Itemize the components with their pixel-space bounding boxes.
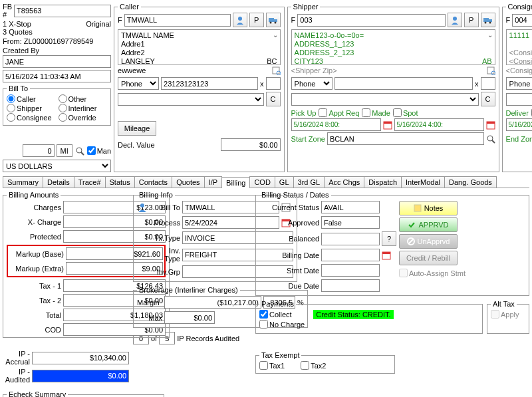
approved-input[interactable] [321,216,380,229]
margin-input[interactable] [164,296,261,309]
radio-caller[interactable] [7,94,15,103]
consignee-phone-type[interactable]: Phone [506,77,532,90]
tab-gl[interactable]: GL [275,176,294,188]
tab-3rd-gl[interactable]: 3rd GL [293,176,325,188]
tab-details[interactable]: Details [43,176,74,188]
decl-value-input[interactable] [221,138,281,151]
tax2-check[interactable] [301,361,309,370]
caller-phone-input[interactable] [161,77,258,90]
caller-contact-select[interactable] [118,93,264,106]
svg-line-43 [409,239,413,243]
tab-trace-[interactable]: Trace# [74,176,106,188]
caller-c-button[interactable]: C [266,92,281,106]
shipper-spot-check[interactable] [393,108,402,117]
ip-audited-input[interactable] [32,370,129,382]
ip-accrual-input[interactable] [32,352,129,364]
shipper-made-check[interactable] [362,108,370,117]
tab-i-p[interactable]: I/P [204,176,222,188]
stmt-date-label: Stmt Date [259,267,319,275]
shipper-p-button[interactable]: P [464,13,479,27]
consignee-prefix: F [506,16,511,24]
zone-zoom-icon[interactable] [486,134,495,144]
caller-truck-button[interactable] [266,13,281,27]
shipper-person-button[interactable] [448,13,462,27]
consignee-date1[interactable] [506,118,532,131]
unapprvd-button[interactable]: UnApprvd [399,234,458,249]
caller-expand-icon[interactable]: ⌄ [273,31,278,39]
radio-override[interactable] [59,113,67,122]
shipper-ext-input[interactable] [481,77,495,90]
shipper-date2[interactable] [394,118,484,131]
caller-p-button[interactable]: P [249,13,264,27]
shipper-truck-button[interactable] [481,13,495,27]
tab-summary[interactable]: Summary [3,176,43,188]
credit-rebill-button[interactable]: Credit / Rebill [399,251,458,265]
shipper-expand-icon[interactable]: ⌄ [487,31,493,39]
shipper-zip: <Shipper Zip> [291,66,337,74]
tab-billing[interactable]: Billing [221,177,250,188]
tab-cod[interactable]: COD [249,176,275,188]
consignee-code-input[interactable] [512,14,532,27]
distance-input[interactable] [23,144,55,157]
balanced-help-button[interactable]: ? [382,231,396,246]
radio-other[interactable] [59,94,67,103]
current-status-input[interactable] [321,201,380,213]
shipper-code-input[interactable] [297,14,445,27]
shipper-date1[interactable] [291,118,381,131]
shipper-apptreq-check[interactable] [319,108,327,117]
tab-dispatch[interactable]: Dispatch [364,176,402,188]
due-date-input[interactable] [321,279,380,292]
man-checkbox[interactable] [87,146,96,155]
distance-unit[interactable] [57,144,72,157]
created-by-input[interactable] [3,55,111,68]
consignee-contact-select[interactable] [506,93,532,106]
caller-person-button[interactable] [233,13,247,27]
caller-state: BC [267,57,277,66]
stmt-date-input[interactable] [321,264,380,277]
tab-quotes[interactable]: Quotes [172,176,204,188]
caller-phone-type[interactable]: Phone [118,77,159,90]
shipper-phone-type[interactable]: Phone [291,77,332,90]
mileage-button[interactable]: Mileage [118,121,156,136]
svg-rect-40 [382,252,390,254]
shipper-phone-input[interactable] [334,77,473,90]
radio-shipper[interactable] [7,104,15,112]
tab-intermodal[interactable]: InterModal [401,176,445,188]
consignee-zip: <Consignee Zip> [506,66,532,74]
apprvd-button[interactable]: APPRVD [399,217,458,232]
shipper-c-button[interactable]: C [481,92,495,106]
nocharge-check[interactable] [259,320,268,329]
billing-date-input[interactable] [321,249,380,261]
cal-icon[interactable] [383,120,392,130]
cal-icon[interactable] [486,120,495,130]
shipper-contact-select[interactable] [291,93,479,106]
caller-extra: ewwewe [118,66,146,74]
tab-status[interactable]: Status [105,176,135,188]
distance-zoom-icon[interactable] [74,146,85,156]
original-text: Original [86,20,111,28]
currency-select[interactable]: US DOLLARS [3,160,111,172]
caller-ext-input[interactable] [266,77,281,90]
caller-code-input[interactable] [124,14,231,27]
invgrp-label: Inv.Grp [152,268,180,276]
max-input[interactable] [164,311,215,324]
tab-acc-chgs[interactable]: Acc Chgs [324,176,364,188]
collect-check[interactable] [259,310,268,319]
calendar-icon[interactable] [382,251,394,260]
radio-consignee[interactable] [7,113,15,122]
start-zone-input[interactable] [327,132,484,145]
person-icon [137,202,150,213]
notes-button[interactable]: Notes [399,201,458,215]
radio-interliner[interactable] [59,104,67,112]
tax1-check[interactable] [259,361,268,370]
caller-addr1: Addre1 [121,40,277,49]
created-at-input[interactable] [3,70,111,82]
balanced-input[interactable] [321,233,380,245]
fb-number-input[interactable] [14,5,111,17]
billing-status-legend: Billing Status / Dates [259,191,331,199]
shipper-props-icon[interactable] [486,66,495,75]
tab-contacts[interactable]: Contacts [134,176,172,188]
caller-props-icon[interactable] [271,66,281,75]
tab-dang-goods[interactable]: Dang. Goods [444,176,497,188]
ba-label: Tax - 1 [7,282,61,290]
